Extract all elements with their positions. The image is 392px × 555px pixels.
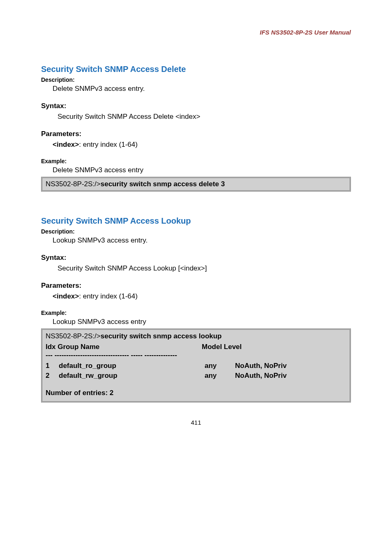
example-text: Lookup SNMPv3 access entry (53, 318, 351, 326)
row-model: any (205, 362, 235, 370)
code-box-delete: NS3502-8P-2S:/>security switch snmp acce… (41, 177, 351, 192)
section-heading-access-lookup: Security Switch SNMP Access Lookup (41, 216, 351, 226)
parameter-line: <index>: entry index (1-64) (53, 141, 351, 149)
parameter-key: <index> (53, 141, 79, 148)
syntax-label: Syntax: (41, 102, 351, 110)
row-level: NoAuth, NoPriv (235, 372, 346, 380)
example-label: Example: (41, 310, 351, 316)
parameter-line: <index>: entry index (1-64) (53, 292, 351, 301)
section-heading-access-delete: Security Switch SNMP Access Delete (41, 65, 351, 74)
table-row: 1 default_ro_group any NoAuth, NoPriv (46, 362, 346, 370)
code-command-line: NS3502-8P-2S:/>security switch snmp acce… (46, 332, 346, 340)
code-prompt: NS3502-8P-2S:/> (46, 332, 101, 340)
code-prompt: NS3502-8P-2S:/> (46, 180, 101, 188)
code-box-lookup: NS3502-8P-2S:/>security switch snmp acce… (41, 328, 351, 402)
row-idx: 2 (46, 372, 59, 380)
page-header-product: IFS NS3502-8P-2S User Manual (41, 29, 351, 36)
page-number: 411 (41, 419, 351, 426)
row-level: NoAuth, NoPriv (235, 362, 346, 370)
row-idx: 1 (46, 362, 59, 370)
description-label: Description: (41, 76, 351, 83)
example-label: Example: (41, 158, 351, 164)
example-text: Delete SNMPv3 access entry (53, 166, 351, 174)
table-header-row: Idx Group Name Model Level (46, 343, 346, 351)
table-row: 2 default_rw_group any NoAuth, NoPriv (46, 372, 346, 380)
parameter-key: <index> (53, 292, 79, 300)
syntax-text: Security Switch SNMP Access Delete <inde… (58, 113, 351, 121)
entries-count: Number of entries: 2 (46, 389, 346, 397)
code-command: security switch snmp access delete 3 (101, 180, 225, 188)
description-text: Delete SNMPv3 access entry. (53, 85, 351, 93)
description-text: Lookup SNMPv3 access entry. (53, 236, 351, 245)
syntax-text: Security Switch SNMP Access Lookup [<ind… (58, 264, 351, 273)
parameters-label: Parameters: (41, 282, 351, 290)
description-label: Description: (41, 228, 351, 235)
table-header-level: Model Level (202, 343, 346, 351)
row-name: default_ro_group (59, 362, 205, 370)
row-model: any (205, 372, 235, 380)
syntax-label: Syntax: (41, 254, 351, 262)
row-name: default_rw_group (59, 372, 205, 380)
table-divider: --- -------------------------------- ---… (46, 351, 346, 359)
code-command: security switch snmp access lookup (101, 332, 222, 340)
table-header-group: Idx Group Name (46, 343, 202, 351)
parameters-label: Parameters: (41, 130, 351, 138)
parameter-rest: : entry index (1-64) (79, 141, 138, 148)
parameter-rest: : entry index (1-64) (79, 292, 138, 300)
